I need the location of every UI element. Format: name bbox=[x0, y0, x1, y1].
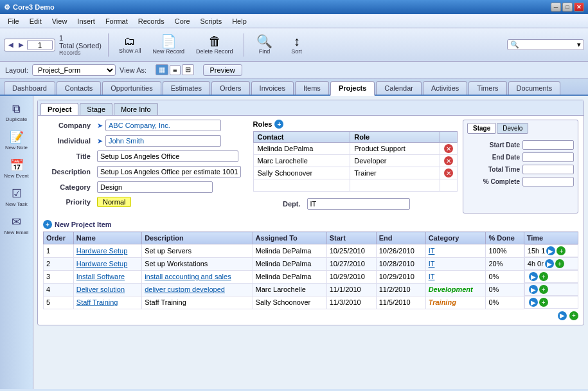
category-label: Category bbox=[43, 183, 94, 191]
tab-invoices[interactable]: Invoices bbox=[251, 81, 294, 95]
item-desc-2: Set up Workstations bbox=[142, 257, 253, 270]
end-date-input[interactable] bbox=[522, 152, 574, 162]
tab-opportunities[interactable]: Opportunities bbox=[102, 81, 161, 95]
sidebar-new-email-button[interactable]: ✉ New Email bbox=[2, 212, 31, 238]
search-dropdown-icon[interactable]: ▾ bbox=[577, 41, 581, 49]
sidebar-new-task-button[interactable]: ☑ New Task bbox=[2, 184, 31, 210]
project-items-title: New Project Item bbox=[55, 221, 112, 228]
view-form-button[interactable]: ▦ bbox=[156, 64, 168, 75]
item-add-3[interactable]: + bbox=[539, 272, 548, 281]
tab-timers[interactable]: Timers bbox=[468, 81, 506, 95]
dept-input[interactable] bbox=[307, 198, 410, 210]
menu-help[interactable]: Help bbox=[227, 16, 252, 26]
add-project-item-button[interactable]: + bbox=[43, 220, 52, 229]
company-value[interactable]: ABC Company, Inc. bbox=[105, 120, 221, 131]
project-items-table: Order Name Description Assigned To Start… bbox=[43, 232, 578, 309]
item-cat-4[interactable]: Development bbox=[429, 286, 473, 293]
start-date-input[interactable] bbox=[522, 140, 574, 150]
item-name-3[interactable]: Install Software bbox=[76, 273, 125, 280]
new-record-button[interactable]: 📄 New Record bbox=[149, 33, 189, 56]
nav-next-button[interactable]: ▶ bbox=[17, 40, 26, 50]
role-delete-2[interactable]: ✕ bbox=[444, 156, 453, 165]
item-cat-3[interactable]: IT bbox=[429, 273, 435, 280]
role-role-1: Product Support bbox=[350, 143, 440, 155]
menu-core[interactable]: Core bbox=[170, 16, 195, 26]
menu-insert[interactable]: Insert bbox=[72, 16, 100, 26]
items-bottom-go[interactable]: ▶ bbox=[558, 311, 567, 320]
layout-select[interactable]: Project_Form bbox=[32, 64, 116, 76]
add-role-button[interactable]: + bbox=[274, 120, 283, 129]
nav-prev-button[interactable]: ◀ bbox=[6, 40, 15, 50]
item-desc-4[interactable]: deliver custom developed bbox=[145, 286, 225, 293]
description-value[interactable]: Setup Los Angeles Office per estimate 10… bbox=[97, 166, 241, 177]
priority-value[interactable]: Normal bbox=[97, 197, 131, 207]
sub-tab-stage[interactable]: Stage bbox=[80, 103, 112, 115]
close-button[interactable]: ✕ bbox=[574, 3, 584, 12]
tab-items[interactable]: Items bbox=[295, 81, 329, 95]
pct-complete-input[interactable] bbox=[522, 177, 574, 186]
menu-edit[interactable]: Edit bbox=[24, 16, 47, 26]
role-delete-3[interactable]: ✕ bbox=[444, 168, 453, 177]
sidebar-new-event-button[interactable]: 📅 New Event bbox=[2, 156, 31, 181]
tab-projects[interactable]: Projects bbox=[330, 81, 375, 96]
item-cat-5[interactable]: Training bbox=[429, 298, 456, 306]
item-go-3[interactable]: ▶ bbox=[529, 272, 538, 281]
tab-contacts[interactable]: Contacts bbox=[57, 81, 101, 95]
item-name-1[interactable]: Hardware Setup bbox=[76, 247, 128, 255]
show-all-button[interactable]: 🗂 Show All bbox=[115, 34, 145, 55]
role-delete-1[interactable]: ✕ bbox=[444, 144, 453, 153]
menu-file[interactable]: File bbox=[3, 16, 24, 26]
delete-record-button[interactable]: 🗑 Delete Record bbox=[192, 33, 237, 56]
sidebar-duplicate-button[interactable]: ⧉ Duplicate bbox=[2, 100, 31, 125]
item-name-4[interactable]: Deliver solution bbox=[76, 286, 125, 293]
menu-view[interactable]: View bbox=[47, 16, 73, 26]
sort-button[interactable]: ↕ Sort bbox=[283, 33, 311, 56]
record-number-input[interactable] bbox=[27, 40, 53, 50]
item-cat-1[interactable]: IT bbox=[429, 247, 435, 255]
search-input[interactable] bbox=[519, 41, 577, 48]
total-time-input[interactable] bbox=[522, 165, 574, 174]
tab-dashboard[interactable]: Dashboard bbox=[4, 81, 55, 95]
individual-nav-icon[interactable]: ➤ bbox=[97, 137, 103, 145]
tab-orders[interactable]: Orders bbox=[211, 81, 250, 95]
tab-documents[interactable]: Documents bbox=[508, 81, 561, 95]
minimize-button[interactable]: ─ bbox=[551, 3, 561, 12]
sub-tab-project[interactable]: Project bbox=[40, 103, 78, 115]
menu-scripts[interactable]: Scripts bbox=[195, 16, 227, 26]
item-desc-3[interactable]: install accounting and sales bbox=[145, 273, 231, 280]
role-row-1: Melinda DePalma Product Support ✕ bbox=[253, 143, 458, 155]
stage-tab-stage[interactable]: Stage bbox=[467, 123, 496, 134]
item-go-5[interactable]: ▶ bbox=[529, 298, 538, 307]
menu-records[interactable]: Records bbox=[133, 16, 170, 26]
role-contact-2: Marc Larochelle bbox=[253, 155, 350, 167]
view-list-button[interactable]: ≡ bbox=[170, 65, 180, 75]
find-button[interactable]: 🔍 Find bbox=[251, 33, 279, 56]
tab-calendar[interactable]: Calendar bbox=[376, 81, 422, 95]
maximize-button[interactable]: □ bbox=[562, 3, 573, 12]
items-bottom-add[interactable]: + bbox=[569, 311, 578, 320]
item-add-4[interactable]: + bbox=[539, 285, 548, 294]
item-name-5[interactable]: Staff Training bbox=[76, 298, 118, 306]
title-value[interactable]: Setup Los Angeles Office bbox=[97, 150, 238, 162]
item-add-5[interactable]: + bbox=[539, 298, 548, 307]
item-name-2[interactable]: Hardware Setup bbox=[76, 260, 128, 268]
sidebar-new-note-button[interactable]: 📝 New Note bbox=[2, 127, 31, 153]
company-nav-icon[interactable]: ➤ bbox=[97, 122, 103, 130]
item-go-4[interactable]: ▶ bbox=[529, 285, 538, 294]
search-box[interactable]: 🔍 ▾ bbox=[507, 39, 584, 50]
item-go-2[interactable]: ▶ bbox=[545, 259, 554, 268]
sub-tab-more-info[interactable]: More Info bbox=[114, 103, 157, 115]
preview-button[interactable]: Preview bbox=[203, 64, 242, 76]
item-add-1[interactable]: + bbox=[557, 246, 566, 255]
tab-activities[interactable]: Activities bbox=[423, 81, 467, 95]
stage-tab-develo[interactable]: Develo bbox=[497, 123, 528, 134]
menu-format[interactable]: Format bbox=[100, 16, 133, 26]
category-value[interactable]: Design bbox=[97, 181, 213, 193]
item-cat-2[interactable]: IT bbox=[429, 260, 435, 268]
item-add-2[interactable]: + bbox=[555, 259, 564, 268]
individual-value[interactable]: John Smith bbox=[105, 135, 221, 147]
note-icon: 📝 bbox=[10, 130, 24, 144]
tab-estimates[interactable]: Estimates bbox=[163, 81, 210, 95]
item-go-1[interactable]: ▶ bbox=[546, 246, 555, 255]
view-table-button[interactable]: ⊞ bbox=[182, 64, 194, 75]
